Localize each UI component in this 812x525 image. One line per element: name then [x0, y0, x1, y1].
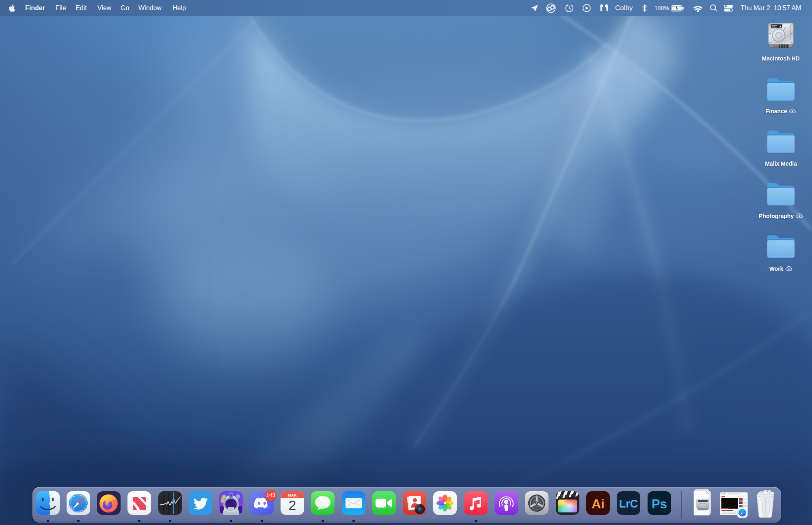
svg-text:2: 2	[288, 497, 296, 513]
svg-text:Ps: Ps	[652, 497, 667, 511]
svg-text:MAR: MAR	[288, 493, 297, 497]
svg-text:Ai: Ai	[592, 497, 605, 511]
svg-text:LrC: LrC	[619, 498, 638, 510]
